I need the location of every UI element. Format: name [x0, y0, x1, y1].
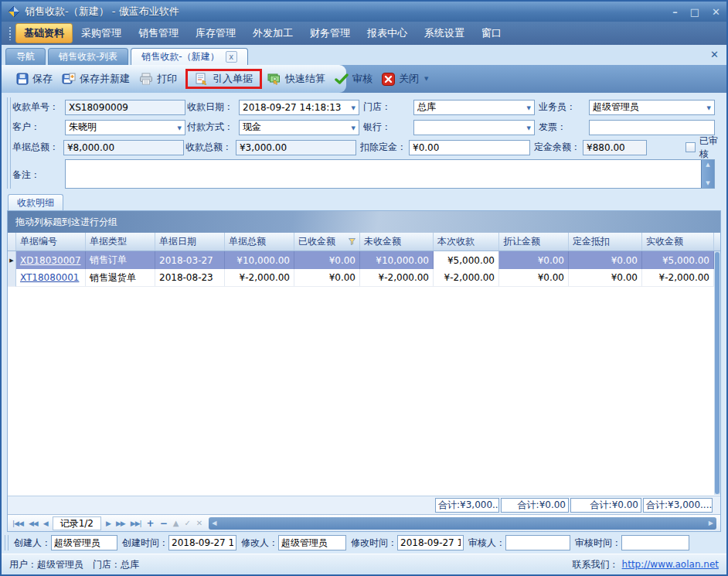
creator-label: 创建人：	[14, 537, 51, 550]
nav-post-icon[interactable]: ✓	[182, 519, 192, 527]
save-and-new-button[interactable]: 保存并新建	[57, 72, 134, 86]
pay-method-label: 付款方式：	[187, 121, 239, 134]
column-header-received[interactable]: 已收金额	[294, 233, 360, 251]
menu-item-basic-data[interactable]: 基础资料	[15, 23, 73, 43]
save-icon	[16, 73, 29, 85]
total-discount: 合计:¥0.00	[501, 498, 569, 513]
column-header-discount[interactable]: 折让金额	[499, 233, 569, 251]
receipt-date-picker[interactable]: 2018-09-27 14:18:13 ▼	[239, 100, 359, 115]
quick-settle-button[interactable]: 快速结算	[263, 72, 330, 86]
auditor-label: 审核人：	[468, 537, 505, 550]
import-bill-icon	[195, 73, 209, 85]
audit-info-bar: 创建人： 创建时间： 修改人： 修改时间： 审核人： 审核时间：	[2, 532, 726, 554]
remark-scrollbar[interactable]: ▲ ▼	[701, 160, 714, 188]
nav-last-icon[interactable]: ▶▶|	[128, 520, 144, 527]
minimize-icon[interactable]: –	[672, 6, 678, 18]
website-link[interactable]: http://www.aolan.net	[622, 559, 719, 570]
toolbar-grip	[9, 26, 12, 40]
nav-delete-icon[interactable]: −	[158, 518, 170, 529]
bank-label: 银行：	[363, 121, 413, 134]
menu-item-sales[interactable]: 销售管理	[130, 23, 187, 43]
menu-item-inventory[interactable]: 库存管理	[187, 23, 244, 43]
menu-item-window[interactable]: 窗口	[473, 23, 510, 43]
menu-item-reports[interactable]: 报表中心	[359, 23, 416, 43]
maximize-icon[interactable]: □	[690, 6, 699, 18]
column-header-bill-date[interactable]: 单据日期	[155, 233, 225, 251]
group-by-bar[interactable]: 拖动列标题到这进行分组	[8, 211, 720, 233]
column-header-deposit-offset[interactable]: 定金抵扣	[569, 233, 642, 251]
tab-close-icon[interactable]: x	[226, 51, 237, 63]
save-button[interactable]: 保存	[12, 72, 57, 86]
grid-horizontal-scrollbar[interactable]: ◀ ▶	[209, 517, 716, 530]
menu-item-purchase[interactable]: 采购管理	[73, 23, 130, 43]
nav-first-icon[interactable]: |◀◀	[10, 520, 26, 527]
chevron-down-icon: ▼	[527, 105, 531, 111]
this-payment-editor[interactable]: ¥5,000.00	[434, 251, 499, 269]
close-form-button[interactable]: 关闭 ▼	[377, 72, 433, 86]
grid-vertical-scrollbar[interactable]	[714, 251, 720, 495]
record-counter: 记录1/2	[53, 516, 101, 530]
tab-navigation[interactable]: 导航	[5, 48, 46, 65]
deduct-deposit-field[interactable]	[409, 140, 530, 155]
chevron-down-icon: ▼	[352, 125, 355, 131]
modify-time-label: 修改时间：	[351, 537, 397, 550]
tab-receipt-detail[interactable]: 收款明细	[8, 194, 63, 210]
column-header-bill-no[interactable]: 单据编号	[16, 233, 86, 251]
audit-button[interactable]: 审核	[330, 72, 377, 86]
column-header-bill-type[interactable]: 单据类型	[86, 233, 155, 251]
create-time-field	[168, 535, 236, 550]
column-header-bill-total[interactable]: 单据总额	[225, 233, 294, 251]
table-row-selected[interactable]: ▶ XD18030007 销售订单 2018-03-27 ¥10,000.00 …	[8, 251, 720, 269]
menu-item-settings[interactable]: 系统设置	[416, 23, 473, 43]
import-bill-button[interactable]: 引入单据	[190, 72, 257, 86]
app-window: 销售收款-（新建） - 傲蓝布业软件 – □ ✕ 基础资料 采购管理 销售管理 …	[0, 0, 728, 576]
grid-header-gutter	[8, 233, 16, 251]
invoice-label: 发票：	[539, 121, 589, 134]
close-icon[interactable]: ✕	[712, 6, 720, 18]
tab-receipt-new[interactable]: 销售收款-（新建） x	[131, 48, 247, 65]
receipt-date-label: 收款日期：	[187, 101, 239, 114]
nav-cancel-icon[interactable]: ✕	[194, 519, 205, 527]
app-icon	[8, 5, 20, 18]
filter-icon[interactable]	[349, 238, 355, 245]
table-row[interactable]: XT18080001 销售退货单 2018-08-23 ¥-2,000.00 ¥…	[8, 269, 720, 287]
pay-method-select[interactable]: 现金 ▼	[239, 120, 359, 135]
column-header-actual-received[interactable]: 实收金额	[642, 233, 714, 251]
remark-textarea[interactable]: ▲ ▼	[65, 159, 715, 189]
modifier-field	[278, 535, 346, 550]
bill-total-field	[63, 140, 184, 155]
column-header-this-payment[interactable]: 本次收款	[434, 233, 499, 251]
tab-receipt-list[interactable]: 销售收款-列表	[48, 48, 128, 65]
grid-footer-totals: 合计:¥3,000... 合计:¥0.00 合计:¥0.00 合计:¥3,000…	[8, 496, 720, 514]
detail-tab-row: 收款明细	[2, 193, 726, 210]
audited-label: 已审核	[699, 135, 726, 161]
customer-select[interactable]: 朱晓明 ▼	[65, 120, 185, 135]
nav-add-icon[interactable]: +	[145, 518, 157, 529]
tabstrip-close-icon[interactable]: ✕	[710, 49, 719, 60]
store-select[interactable]: 总库 ▼	[413, 100, 535, 115]
bank-select[interactable]: ▼	[413, 120, 535, 135]
invoice-field[interactable]	[589, 120, 715, 135]
column-header-unreceived[interactable]: 未收金额	[360, 233, 434, 251]
nav-next-icon[interactable]: ▶	[104, 520, 113, 527]
scroll-left-icon: ◀	[212, 520, 216, 527]
total-deposit-offset: 合计:¥0.00	[570, 498, 641, 513]
check-icon	[335, 73, 349, 84]
chevron-down-icon: ▼	[352, 105, 355, 111]
nav-next-page-icon[interactable]: ▶▶	[114, 520, 128, 527]
menu-item-finance[interactable]: 财务管理	[301, 23, 359, 43]
salesman-select[interactable]: 超级管理员 ▼	[589, 100, 715, 115]
nav-prev-icon[interactable]: ◀	[41, 520, 50, 527]
document-tab-strip: 导航 销售收款-列表 销售收款-（新建） x ✕	[2, 45, 726, 65]
scroll-down-icon: ▼	[706, 180, 709, 186]
chevron-down-icon[interactable]: ▼	[424, 76, 428, 82]
print-button[interactable]: 打印	[134, 72, 182, 86]
nav-edit-icon[interactable]: ▲	[171, 519, 182, 527]
audited-checkbox[interactable]	[685, 142, 696, 152]
user-store-status: 用户：超级管理员 门店：总库	[9, 558, 139, 571]
nav-prev-page-icon[interactable]: ◀◀	[26, 520, 40, 527]
grid-empty-area	[8, 287, 720, 496]
total-actual-received: 合计:¥3,000....	[643, 498, 713, 513]
menu-item-outsourcing[interactable]: 外发加工	[244, 23, 301, 43]
chevron-down-icon: ▼	[527, 125, 531, 131]
